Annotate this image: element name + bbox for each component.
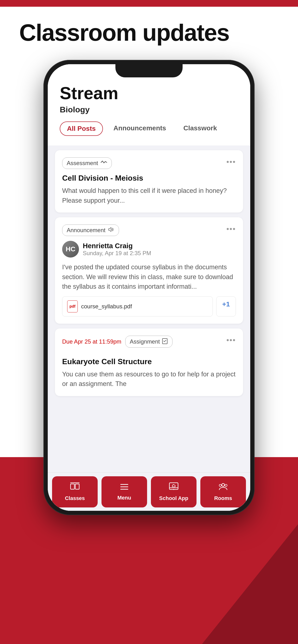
tab-announcements[interactable]: Announcements [107, 122, 173, 136]
post-title-1: Cell Division - Meiosis [62, 174, 236, 182]
post-card-announcement: Announcement ••• [55, 217, 243, 324]
megaphone-icon [108, 227, 114, 234]
posts-area: Assessment ••• Cell Division - Meiosis W… [48, 146, 250, 401]
author-row: HC Henrietta Craig Sunday, Apr 19 at 2:3… [62, 241, 236, 258]
post-card-header-3: Due Apr 25 at 11:59pm Assignment [62, 336, 236, 352]
attachment-plus-count[interactable]: +1 [216, 296, 236, 316]
svg-rect-1 [71, 484, 74, 489]
class-subtitle: Biology [60, 105, 238, 114]
author-name: Henrietta Craig [83, 242, 151, 250]
post-title-3: Eukaryote Cell Structure [62, 357, 236, 366]
more-options-button-2[interactable]: ••• [226, 224, 236, 233]
attachments-row: pdf course_syllabus.pdf +1 [62, 296, 236, 316]
assignment-icon [162, 338, 168, 346]
post-card-assignment: Due Apr 25 at 11:59pm Assignment [55, 328, 243, 396]
screen-content: Stream Biology All Posts Announcements C… [48, 64, 250, 511]
assessment-tag: Assessment [62, 158, 112, 169]
tab-classwork[interactable]: Classwork [177, 122, 224, 136]
school-app-icon [169, 482, 179, 493]
classes-icon [70, 482, 80, 493]
rooms-icon [218, 482, 228, 493]
attachment-item[interactable]: pdf course_syllabus.pdf [62, 296, 213, 316]
filter-tabs: All Posts Announcements Classwork [60, 122, 238, 138]
nav-school-app-label: School App [159, 495, 188, 502]
top-status-bar [0, 0, 298, 7]
more-options-button-3[interactable]: ••• [226, 336, 236, 344]
post-body-2: I've posted the updated course syllabus … [62, 262, 236, 292]
svg-point-10 [222, 484, 225, 486]
due-date-label: Due Apr 25 at 11:59pm [62, 338, 121, 345]
author-info: Henrietta Craig Sunday, Apr 19 at 2:35 P… [83, 242, 151, 256]
svg-point-12 [225, 484, 227, 486]
nav-menu[interactable]: Menu [101, 476, 147, 508]
post-body-3: You can use them as resources to go to f… [62, 370, 236, 389]
stream-title: Stream [60, 84, 238, 103]
svg-point-11 [219, 484, 221, 486]
page-title: Classroom updates [19, 19, 229, 46]
bottom-nav: Classes Menu [48, 472, 250, 511]
bottom-shape-decoration [202, 524, 298, 644]
phone-screen: Stream Biology All Posts Announcements C… [48, 64, 250, 511]
post-meta-row: Due Apr 25 at 11:59pm Assignment [62, 336, 173, 348]
menu-icon [120, 483, 129, 493]
nav-classes[interactable]: Classes [52, 476, 98, 508]
nav-rooms[interactable]: Rooms [200, 476, 246, 508]
svg-rect-2 [75, 484, 79, 489]
assessment-icon [100, 160, 107, 167]
pdf-icon: pdf [67, 300, 78, 312]
phone-mockup: Stream Biology All Posts Announcements C… [43, 60, 255, 515]
tab-all-posts[interactable]: All Posts [60, 122, 103, 136]
nav-school-app[interactable]: School App [151, 476, 197, 508]
assignment-tag: Assignment [125, 336, 173, 348]
phone-notch [115, 64, 183, 78]
more-options-button-1[interactable]: ••• [226, 158, 236, 166]
svg-rect-7 [169, 483, 178, 490]
nav-classes-label: Classes [65, 495, 85, 502]
nav-menu-label: Menu [117, 495, 131, 501]
post-card-assessment: Assessment ••• Cell Division - Meiosis W… [55, 150, 243, 212]
announcement-tag: Announcement [62, 224, 119, 236]
phone-frame: Stream Biology All Posts Announcements C… [43, 60, 255, 515]
post-card-header-1: Assessment ••• [62, 158, 236, 169]
author-date: Sunday, Apr 19 at 2:35 PM [83, 250, 151, 256]
avatar: HC [62, 241, 79, 258]
attachment-name: course_syllabus.pdf [81, 303, 132, 310]
svg-point-9 [173, 489, 174, 490]
post-card-header-2: Announcement ••• [62, 224, 236, 236]
post-body-1: What would happen to this cell if it wer… [62, 186, 236, 205]
nav-rooms-label: Rooms [214, 495, 232, 502]
